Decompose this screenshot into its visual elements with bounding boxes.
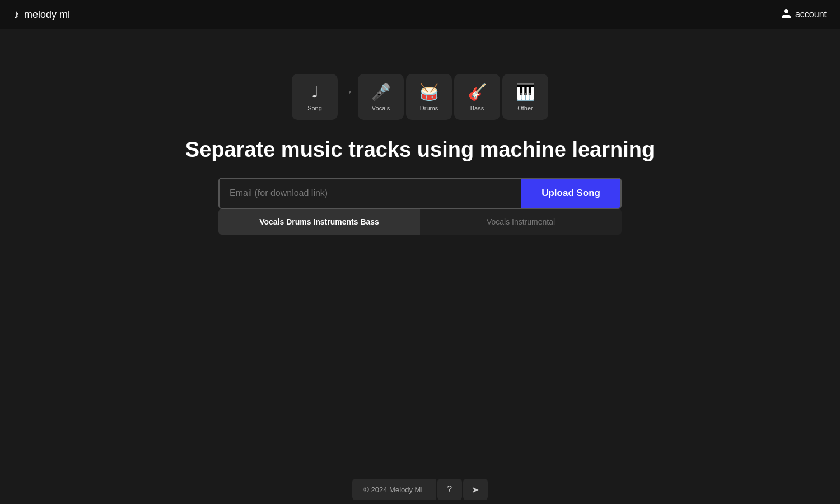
track-drums-label: Drums [420,105,438,111]
upload-button[interactable]: Upload Song [521,179,620,208]
question-icon: ? [447,484,452,494]
track-song-label: Song [307,105,322,111]
song-icon: ♩ [311,83,319,101]
footer: © 2024 Melody ML ? ➤ [0,475,840,504]
track-flow: ♩ Song → 🎤 Vocals 🥁 Drums 🎸 Bass 🎹 Other [292,74,548,120]
person-icon [781,8,792,22]
account-label: account [795,10,827,20]
sep-option-full[interactable]: Vocals Drums Instruments Bass [218,209,420,235]
main-heading: Separate music tracks using machine lear… [185,138,655,162]
email-input[interactable] [220,179,521,208]
send-icon: ➤ [472,484,479,495]
sep-option-vocal-label: Vocals Instrumental [487,217,555,226]
account-button[interactable]: account [781,8,827,22]
send-button[interactable]: ➤ [463,479,488,500]
help-button[interactable]: ? [437,479,462,500]
input-row: Upload Song [218,178,622,209]
track-vocals-label: Vocals [372,105,390,111]
sep-option-full-label: Vocals Drums Instruments Bass [259,217,379,226]
bass-icon: 🎸 [468,83,487,101]
sep-option-vocal[interactable]: Vocals Instrumental [420,209,622,235]
brand-label: melody ml [24,9,70,21]
footer-copyright: © 2024 Melody ML [352,479,436,500]
main-content: ♩ Song → 🎤 Vocals 🥁 Drums 🎸 Bass 🎹 Other… [0,29,840,235]
track-bass: 🎸 Bass [454,74,500,120]
track-other: 🎹 Other [502,74,548,120]
drum-icon: 🥁 [419,83,439,101]
navbar: ♪ melody ml account [0,0,840,29]
music-note-icon: ♪ [13,7,20,22]
track-vocals: 🎤 Vocals [358,74,404,120]
track-bass-label: Bass [470,105,484,111]
track-other-label: Other [517,105,533,111]
brand[interactable]: ♪ melody ml [13,7,70,22]
track-song: ♩ Song [292,74,338,120]
separation-options: Vocals Drums Instruments Bass Vocals Ins… [218,209,622,235]
other-icon: 🎹 [516,83,535,101]
microphone-icon: 🎤 [371,83,391,101]
arrow-separator: → [342,85,353,109]
track-drums: 🥁 Drums [406,74,452,120]
